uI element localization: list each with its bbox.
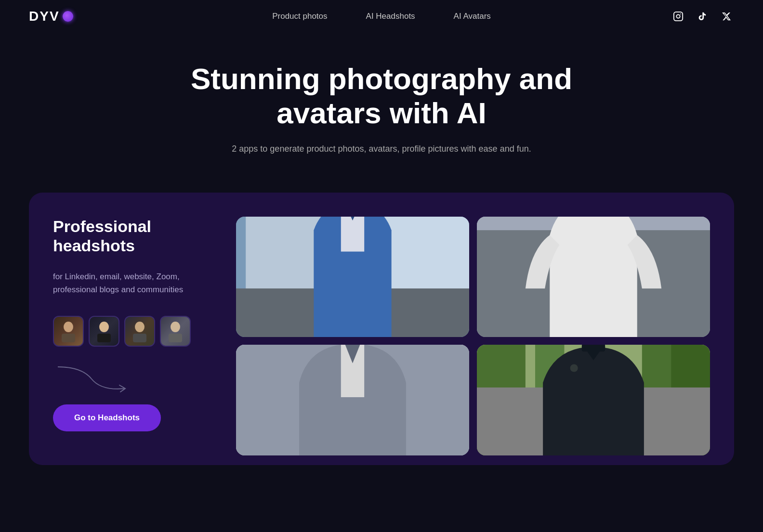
- nav-ai-headshots[interactable]: AI Headshots: [366, 12, 415, 21]
- avatar-thumb-2: [89, 316, 119, 347]
- hero-headline: Stunning photography and avatars with AI: [174, 62, 589, 130]
- card-description: for Linkedin, email, website, Zoom, prof…: [53, 270, 217, 296]
- card-left-panel: Professional headshots for Linkedin, ema…: [53, 217, 217, 465]
- svg-rect-6: [97, 334, 111, 342]
- avatar-row: [53, 316, 217, 347]
- hero-subtext: 2 apps to generate product photos, avata…: [227, 144, 536, 154]
- logo[interactable]: DYV: [29, 9, 73, 24]
- svg-point-1: [676, 14, 680, 18]
- svg-point-5: [99, 322, 109, 332]
- tiktok-icon[interactable]: [695, 9, 710, 24]
- avatar-thumb-3: [124, 316, 155, 347]
- svg-rect-8: [133, 334, 146, 342]
- svg-point-9: [171, 322, 180, 332]
- photo-cell-3: [236, 345, 469, 455]
- svg-rect-4: [62, 334, 75, 342]
- photo-cell-2: [477, 217, 710, 337]
- photo-grid: [236, 217, 710, 465]
- svg-rect-57: [582, 345, 605, 351]
- nav-ai-avatars[interactable]: AI Avatars: [454, 12, 491, 21]
- nav-product-photos[interactable]: Product photos: [272, 12, 327, 21]
- nav-links: Product photos AI Headshots AI Avatars: [272, 12, 491, 21]
- nav-social-icons: [671, 9, 734, 24]
- svg-rect-0: [674, 12, 683, 21]
- goto-headshots-button[interactable]: Go to Headshots: [53, 404, 161, 431]
- svg-rect-10: [169, 334, 182, 342]
- avatar-thumb-4: [160, 316, 191, 347]
- svg-point-58: [570, 364, 578, 372]
- logo-orb: [63, 11, 73, 22]
- svg-point-3: [64, 322, 73, 332]
- headshots-card: Professional headshots for Linkedin, ema…: [29, 193, 734, 465]
- card-title: Professional headshots: [53, 217, 217, 256]
- logo-text: DYV: [29, 9, 60, 24]
- avatar-thumb-1: [53, 316, 84, 347]
- twitter-icon[interactable]: [719, 9, 734, 24]
- svg-rect-28: [341, 217, 364, 252]
- instagram-icon[interactable]: [671, 9, 686, 24]
- navbar: DYV Product photos AI Headshots AI Avata…: [0, 0, 763, 33]
- hero-section: Stunning photography and avatars with AI…: [0, 33, 763, 173]
- svg-point-2: [680, 13, 681, 14]
- arrow-decoration: [53, 362, 217, 398]
- photo-cell-1: [236, 217, 469, 337]
- photo-cell-4: [477, 345, 710, 455]
- svg-point-7: [135, 322, 145, 332]
